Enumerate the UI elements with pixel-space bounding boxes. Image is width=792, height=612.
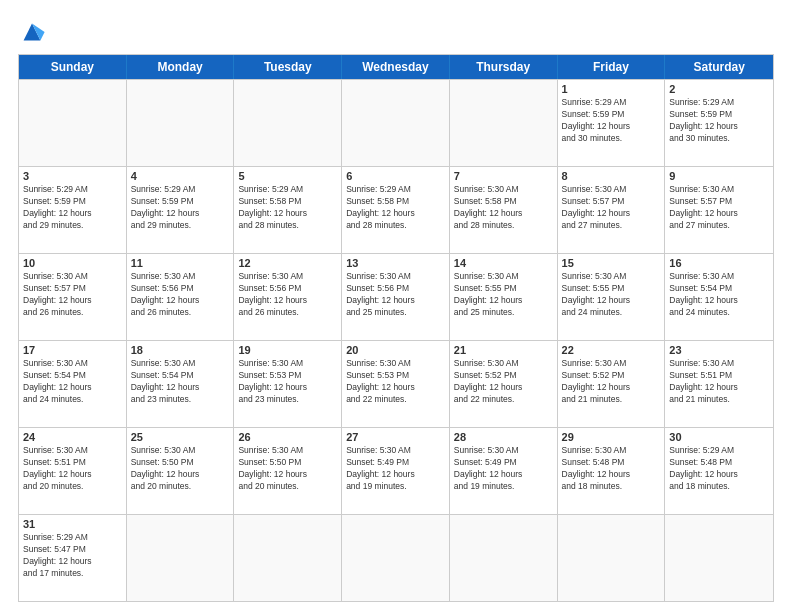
day-number: 21 — [454, 344, 553, 356]
day-info: Sunrise: 5:30 AM Sunset: 5:55 PM Dayligh… — [562, 271, 661, 319]
day-info: Sunrise: 5:30 AM Sunset: 5:53 PM Dayligh… — [346, 358, 445, 406]
day-number: 8 — [562, 170, 661, 182]
calendar-cell-day-5: 5Sunrise: 5:29 AM Sunset: 5:58 PM Daylig… — [234, 167, 342, 253]
calendar-header: SundayMondayTuesdayWednesdayThursdayFrid… — [19, 55, 773, 79]
day-info: Sunrise: 5:30 AM Sunset: 5:53 PM Dayligh… — [238, 358, 337, 406]
calendar-cell-day-9: 9Sunrise: 5:30 AM Sunset: 5:57 PM Daylig… — [665, 167, 773, 253]
calendar-cell-empty — [450, 515, 558, 601]
day-info: Sunrise: 5:30 AM Sunset: 5:52 PM Dayligh… — [454, 358, 553, 406]
calendar-row-1: 3Sunrise: 5:29 AM Sunset: 5:59 PM Daylig… — [19, 166, 773, 253]
day-info: Sunrise: 5:30 AM Sunset: 5:49 PM Dayligh… — [454, 445, 553, 493]
calendar-cell-day-12: 12Sunrise: 5:30 AM Sunset: 5:56 PM Dayli… — [234, 254, 342, 340]
day-number: 26 — [238, 431, 337, 443]
calendar-row-3: 17Sunrise: 5:30 AM Sunset: 5:54 PM Dayli… — [19, 340, 773, 427]
day-number: 19 — [238, 344, 337, 356]
calendar: SundayMondayTuesdayWednesdayThursdayFrid… — [18, 54, 774, 602]
calendar-row-2: 10Sunrise: 5:30 AM Sunset: 5:57 PM Dayli… — [19, 253, 773, 340]
day-info: Sunrise: 5:29 AM Sunset: 5:59 PM Dayligh… — [131, 184, 230, 232]
page: SundayMondayTuesdayWednesdayThursdayFrid… — [0, 0, 792, 612]
day-number: 20 — [346, 344, 445, 356]
day-number: 6 — [346, 170, 445, 182]
day-number: 16 — [669, 257, 769, 269]
calendar-cell-day-14: 14Sunrise: 5:30 AM Sunset: 5:55 PM Dayli… — [450, 254, 558, 340]
calendar-cell-day-1: 1Sunrise: 5:29 AM Sunset: 5:59 PM Daylig… — [558, 80, 666, 166]
day-info: Sunrise: 5:30 AM Sunset: 5:55 PM Dayligh… — [454, 271, 553, 319]
day-number: 9 — [669, 170, 769, 182]
day-info: Sunrise: 5:30 AM Sunset: 5:50 PM Dayligh… — [131, 445, 230, 493]
calendar-row-5: 31Sunrise: 5:29 AM Sunset: 5:47 PM Dayli… — [19, 514, 773, 601]
calendar-cell-empty — [127, 80, 235, 166]
calendar-cell-day-24: 24Sunrise: 5:30 AM Sunset: 5:51 PM Dayli… — [19, 428, 127, 514]
calendar-cell-day-18: 18Sunrise: 5:30 AM Sunset: 5:54 PM Dayli… — [127, 341, 235, 427]
calendar-cell-empty — [342, 515, 450, 601]
day-info: Sunrise: 5:29 AM Sunset: 5:59 PM Dayligh… — [562, 97, 661, 145]
day-number: 22 — [562, 344, 661, 356]
calendar-cell-day-6: 6Sunrise: 5:29 AM Sunset: 5:58 PM Daylig… — [342, 167, 450, 253]
calendar-cell-day-2: 2Sunrise: 5:29 AM Sunset: 5:59 PM Daylig… — [665, 80, 773, 166]
header — [18, 18, 774, 46]
day-number: 10 — [23, 257, 122, 269]
day-number: 29 — [562, 431, 661, 443]
calendar-cell-day-25: 25Sunrise: 5:30 AM Sunset: 5:50 PM Dayli… — [127, 428, 235, 514]
day-info: Sunrise: 5:29 AM Sunset: 5:58 PM Dayligh… — [346, 184, 445, 232]
calendar-body: 1Sunrise: 5:29 AM Sunset: 5:59 PM Daylig… — [19, 79, 773, 601]
calendar-cell-day-16: 16Sunrise: 5:30 AM Sunset: 5:54 PM Dayli… — [665, 254, 773, 340]
day-info: Sunrise: 5:30 AM Sunset: 5:48 PM Dayligh… — [562, 445, 661, 493]
day-info: Sunrise: 5:30 AM Sunset: 5:57 PM Dayligh… — [23, 271, 122, 319]
weekday-header-thursday: Thursday — [450, 55, 558, 79]
day-number: 7 — [454, 170, 553, 182]
day-info: Sunrise: 5:30 AM Sunset: 5:54 PM Dayligh… — [23, 358, 122, 406]
weekday-header-wednesday: Wednesday — [342, 55, 450, 79]
day-info: Sunrise: 5:29 AM Sunset: 5:59 PM Dayligh… — [23, 184, 122, 232]
day-info: Sunrise: 5:30 AM Sunset: 5:51 PM Dayligh… — [23, 445, 122, 493]
calendar-cell-empty — [19, 80, 127, 166]
calendar-cell-day-15: 15Sunrise: 5:30 AM Sunset: 5:55 PM Dayli… — [558, 254, 666, 340]
calendar-cell-day-8: 8Sunrise: 5:30 AM Sunset: 5:57 PM Daylig… — [558, 167, 666, 253]
calendar-cell-day-31: 31Sunrise: 5:29 AM Sunset: 5:47 PM Dayli… — [19, 515, 127, 601]
weekday-header-sunday: Sunday — [19, 55, 127, 79]
calendar-cell-empty — [127, 515, 235, 601]
day-number: 4 — [131, 170, 230, 182]
day-number: 31 — [23, 518, 122, 530]
logo — [18, 18, 50, 46]
calendar-cell-day-28: 28Sunrise: 5:30 AM Sunset: 5:49 PM Dayli… — [450, 428, 558, 514]
day-number: 1 — [562, 83, 661, 95]
day-number: 13 — [346, 257, 445, 269]
day-number: 5 — [238, 170, 337, 182]
day-number: 24 — [23, 431, 122, 443]
day-number: 23 — [669, 344, 769, 356]
day-info: Sunrise: 5:30 AM Sunset: 5:49 PM Dayligh… — [346, 445, 445, 493]
day-info: Sunrise: 5:30 AM Sunset: 5:51 PM Dayligh… — [669, 358, 769, 406]
calendar-cell-empty — [450, 80, 558, 166]
day-number: 25 — [131, 431, 230, 443]
day-number: 27 — [346, 431, 445, 443]
day-info: Sunrise: 5:30 AM Sunset: 5:50 PM Dayligh… — [238, 445, 337, 493]
day-number: 17 — [23, 344, 122, 356]
day-number: 30 — [669, 431, 769, 443]
weekday-header-saturday: Saturday — [665, 55, 773, 79]
weekday-header-monday: Monday — [127, 55, 235, 79]
calendar-cell-day-4: 4Sunrise: 5:29 AM Sunset: 5:59 PM Daylig… — [127, 167, 235, 253]
generalblue-icon — [18, 18, 46, 46]
day-info: Sunrise: 5:29 AM Sunset: 5:59 PM Dayligh… — [669, 97, 769, 145]
calendar-cell-day-21: 21Sunrise: 5:30 AM Sunset: 5:52 PM Dayli… — [450, 341, 558, 427]
day-number: 15 — [562, 257, 661, 269]
day-info: Sunrise: 5:30 AM Sunset: 5:56 PM Dayligh… — [131, 271, 230, 319]
calendar-cell-day-19: 19Sunrise: 5:30 AM Sunset: 5:53 PM Dayli… — [234, 341, 342, 427]
calendar-cell-day-7: 7Sunrise: 5:30 AM Sunset: 5:58 PM Daylig… — [450, 167, 558, 253]
day-info: Sunrise: 5:30 AM Sunset: 5:58 PM Dayligh… — [454, 184, 553, 232]
day-info: Sunrise: 5:30 AM Sunset: 5:54 PM Dayligh… — [131, 358, 230, 406]
calendar-cell-empty — [234, 515, 342, 601]
calendar-row-0: 1Sunrise: 5:29 AM Sunset: 5:59 PM Daylig… — [19, 79, 773, 166]
calendar-cell-day-23: 23Sunrise: 5:30 AM Sunset: 5:51 PM Dayli… — [665, 341, 773, 427]
day-info: Sunrise: 5:30 AM Sunset: 5:56 PM Dayligh… — [346, 271, 445, 319]
day-info: Sunrise: 5:30 AM Sunset: 5:57 PM Dayligh… — [562, 184, 661, 232]
day-info: Sunrise: 5:29 AM Sunset: 5:47 PM Dayligh… — [23, 532, 122, 580]
day-info: Sunrise: 5:29 AM Sunset: 5:48 PM Dayligh… — [669, 445, 769, 493]
calendar-cell-day-20: 20Sunrise: 5:30 AM Sunset: 5:53 PM Dayli… — [342, 341, 450, 427]
day-info: Sunrise: 5:30 AM Sunset: 5:52 PM Dayligh… — [562, 358, 661, 406]
calendar-cell-day-10: 10Sunrise: 5:30 AM Sunset: 5:57 PM Dayli… — [19, 254, 127, 340]
calendar-cell-day-27: 27Sunrise: 5:30 AM Sunset: 5:49 PM Dayli… — [342, 428, 450, 514]
day-info: Sunrise: 5:30 AM Sunset: 5:54 PM Dayligh… — [669, 271, 769, 319]
calendar-cell-day-30: 30Sunrise: 5:29 AM Sunset: 5:48 PM Dayli… — [665, 428, 773, 514]
